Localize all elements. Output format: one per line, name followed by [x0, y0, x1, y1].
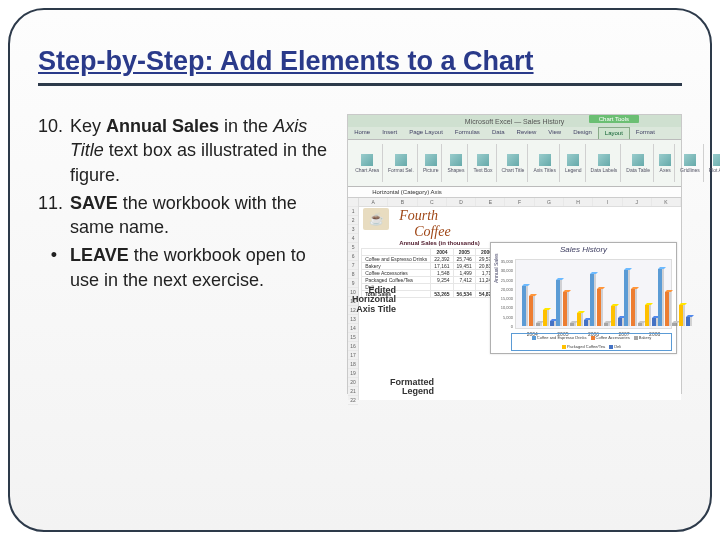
bar [529, 296, 535, 326]
ribbon-cmd[interactable]: Plot Area [706, 144, 720, 182]
ribbon-tab-view[interactable]: View [542, 127, 567, 139]
coffee-cup-icon [363, 208, 389, 230]
bar [604, 323, 610, 326]
callout-legend: FormattedLegend [390, 378, 434, 397]
bar [536, 323, 542, 326]
bar [570, 323, 576, 326]
bar [645, 305, 651, 326]
t-bold: LEAVE [70, 245, 129, 265]
ribbon-tab-design[interactable]: Design [567, 127, 598, 139]
step-10: 10. Key Annual Sales in the Axis Title t… [38, 114, 337, 187]
bar [665, 292, 671, 326]
bar [658, 269, 664, 326]
legend-item[interactable]: Packaged Coffee/Tea [562, 344, 605, 349]
cells-area[interactable]: ABCDEFGHIJK Fourth Coffee Annual Sales (… [359, 198, 681, 400]
bar [611, 306, 617, 326]
company-name-1: Fourth [399, 208, 438, 224]
chart-y-ticks: 35,00030,00025,00020,00015,00010,0005,00… [497, 259, 513, 329]
ribbon-cmd[interactable]: Shapes [444, 144, 468, 182]
company-name-2: Coffee [414, 224, 451, 240]
ribbon-cmd[interactable]: Legend [562, 144, 586, 182]
t: in the [219, 116, 273, 136]
ribbon-tab-home[interactable]: Home [348, 127, 376, 139]
ribbon-cmd[interactable]: Data Table [623, 144, 654, 182]
bullet-leave: • LEAVE the workbook open to use in the … [38, 243, 337, 292]
ribbon-cmd[interactable]: Text Box [470, 144, 496, 182]
t: Key [70, 116, 106, 136]
ribbon-tab-insert[interactable]: Insert [376, 127, 403, 139]
bar [624, 270, 630, 326]
legend-item[interactable]: Bakery [634, 335, 651, 340]
ribbon-cmd[interactable]: Axes [656, 144, 675, 182]
content-row: 10. Key Annual Sales in the Axis Title t… [38, 114, 682, 394]
ribbon-cmd[interactable]: Data Labels [588, 144, 622, 182]
chart-y-axis-title[interactable]: Annual Sales [493, 254, 499, 283]
ribbon-cmd[interactable]: Picture [420, 144, 443, 182]
legend-item[interactable]: Coffee Accessories [591, 335, 630, 340]
step-text: SAVE the workbook with the same name. [70, 191, 337, 240]
bar [672, 323, 678, 326]
bar [631, 289, 637, 326]
ribbon-tab-formulas[interactable]: Formulas [449, 127, 486, 139]
ribbon-tab-format[interactable]: Format [630, 127, 661, 139]
step-number: 10. [38, 114, 70, 187]
bar [543, 310, 549, 326]
ribbon-tabs[interactable]: HomeInsertPage LayoutFormulasDataReviewV… [348, 127, 681, 140]
ribbon-body[interactable]: Chart AreaFormat Sel.PictureShapesText B… [348, 140, 681, 187]
step-number: 11. [38, 191, 70, 240]
t-bold: SAVE [70, 193, 118, 213]
t-bold: Annual Sales [106, 116, 219, 136]
bar [522, 286, 528, 326]
chart-plot-area [515, 259, 672, 329]
ribbon-tab-review[interactable]: Review [511, 127, 543, 139]
instructions-list: 10. Key Annual Sales in the Axis Title t… [38, 114, 337, 394]
figure-container: Chart Tools Microsoft Excel — Sales Hist… [347, 114, 682, 394]
bar [638, 323, 644, 326]
bar [563, 292, 569, 326]
formula-bar[interactable]: Horizontal (Category) Axis [348, 187, 681, 198]
chart-tools-indicator: Chart Tools [589, 115, 639, 123]
ribbon-cmd[interactable]: Format Sel. [385, 144, 418, 182]
bar [686, 317, 692, 326]
embedded-chart[interactable]: Sales History 35,00030,00025,00020,00015… [490, 242, 677, 354]
step-11: 11. SAVE the workbook with the same name… [38, 191, 337, 240]
ribbon-cmd[interactable]: Chart Area [352, 144, 383, 182]
chart-title-text[interactable]: Sales History [491, 243, 676, 256]
bar [597, 289, 603, 326]
bar [577, 313, 583, 326]
slide-title: Step-by-Step: Add Elements to a Chart [38, 46, 682, 86]
ribbon-tab-data[interactable]: Data [486, 127, 511, 139]
callout-axis-title: EditedHorizontalAxis Title [352, 286, 396, 314]
ribbon-cmd[interactable]: Gridlines [677, 144, 704, 182]
bar [590, 274, 596, 326]
table-title: Annual Sales (in thousands) [399, 240, 480, 246]
t: text box as illustrated in the figure. [70, 140, 327, 184]
ribbon-cmd[interactable]: Chart Title [499, 144, 529, 182]
bar [679, 305, 685, 326]
ribbon-tab-page-layout[interactable]: Page Layout [403, 127, 449, 139]
bullet-mark: • [38, 243, 70, 292]
step-text: Key Annual Sales in the Axis Title text … [70, 114, 337, 187]
col-headers: ABCDEFGHIJK [359, 198, 681, 207]
ribbon-tab-layout[interactable]: Layout [598, 127, 630, 139]
slide-frame: Step-by-Step: Add Elements to a Chart 10… [8, 8, 712, 532]
ribbon-cmd[interactable]: Axis Titles [530, 144, 560, 182]
bar [556, 280, 562, 326]
excel-window: Chart Tools Microsoft Excel — Sales Hist… [347, 114, 682, 394]
legend-item[interactable]: Deli [609, 344, 621, 349]
step-text: LEAVE the workbook open to use in the ne… [70, 243, 337, 292]
chart-legend[interactable]: Coffee and Espresso DrinksCoffee Accesso… [511, 333, 672, 351]
sheet-area: 12345678910111213141516171819202122 ABCD… [348, 198, 681, 400]
legend-item[interactable]: Coffee and Espresso Drinks [532, 335, 587, 340]
